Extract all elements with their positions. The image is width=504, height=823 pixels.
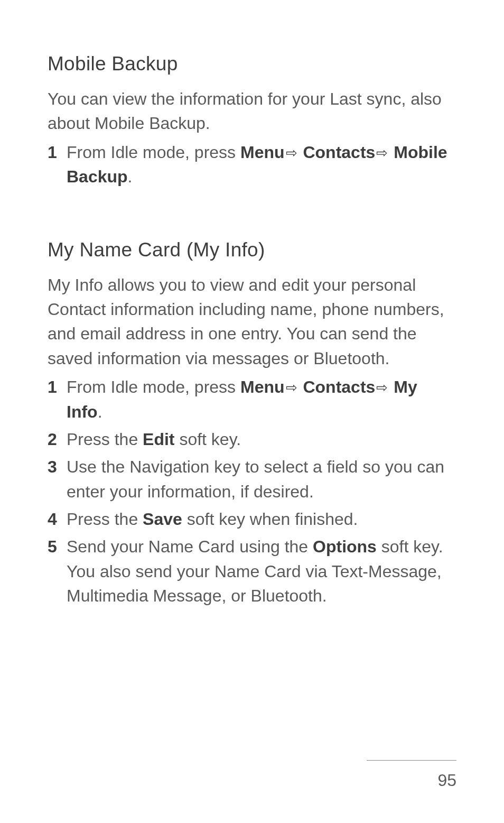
step-item: From Idle mode, press Menu⇨ Contacts⇨ My… bbox=[48, 375, 456, 424]
step-list: From Idle mode, press Menu⇨ Contacts⇨ Mo… bbox=[48, 140, 456, 189]
bold-text: Contacts bbox=[303, 377, 375, 396]
step-item: Press the Save soft key when finished. bbox=[48, 507, 456, 531]
section-intro: You can view the information for your La… bbox=[48, 87, 456, 136]
bold-text: Menu bbox=[240, 143, 285, 162]
bold-text: Save bbox=[143, 510, 182, 529]
section-heading: Mobile Backup bbox=[48, 53, 456, 75]
step-item: Send your Name Card using the Options so… bbox=[48, 534, 456, 608]
arrow-icon: ⇨ bbox=[375, 378, 389, 398]
step-list: From Idle mode, press Menu⇨ Contacts⇨ My… bbox=[48, 375, 456, 608]
step-item: Use the Navigation key to select a field… bbox=[48, 455, 456, 504]
bold-text: Options bbox=[313, 537, 377, 556]
section-heading: My Name Card (My Info) bbox=[48, 239, 456, 261]
bold-text: Edit bbox=[143, 430, 174, 449]
step-item: Press the Edit soft key. bbox=[48, 427, 456, 451]
bold-text: Menu bbox=[240, 377, 285, 396]
arrow-icon: ⇨ bbox=[285, 143, 298, 163]
section-intro: My Info allows you to view and edit your… bbox=[48, 273, 456, 371]
step-item: From Idle mode, press Menu⇨ Contacts⇨ Mo… bbox=[48, 140, 456, 189]
arrow-icon: ⇨ bbox=[285, 378, 298, 398]
page-number: 95 bbox=[437, 771, 456, 790]
arrow-icon: ⇨ bbox=[375, 143, 389, 163]
page-divider bbox=[367, 760, 456, 761]
bold-text: Contacts bbox=[303, 143, 375, 162]
